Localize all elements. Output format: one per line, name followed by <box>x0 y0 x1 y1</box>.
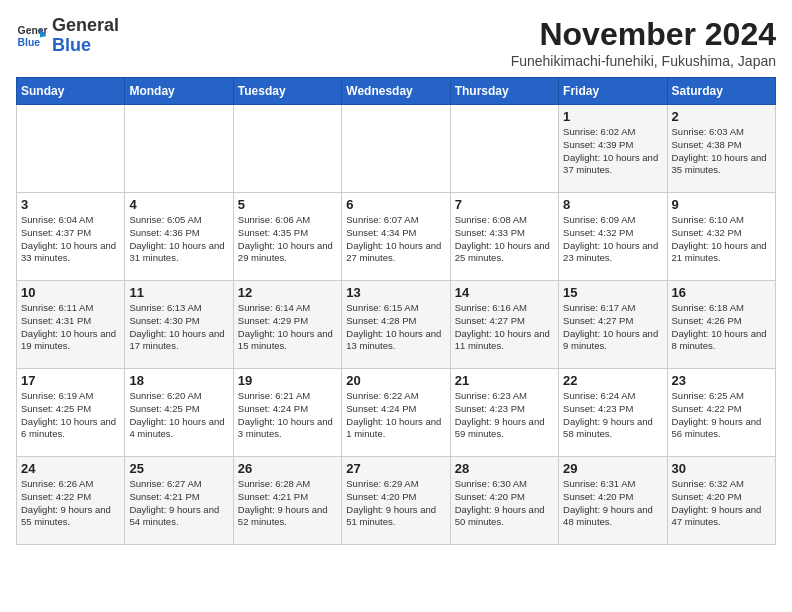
day-cell: 22Sunrise: 6:24 AM Sunset: 4:23 PM Dayli… <box>559 369 667 457</box>
day-cell: 6Sunrise: 6:07 AM Sunset: 4:34 PM Daylig… <box>342 193 450 281</box>
day-info: Sunrise: 6:20 AM Sunset: 4:25 PM Dayligh… <box>129 390 228 441</box>
day-number: 20 <box>346 373 445 388</box>
week-row-4: 17Sunrise: 6:19 AM Sunset: 4:25 PM Dayli… <box>17 369 776 457</box>
title-area: November 2024 Funehikimachi-funehiki, Fu… <box>511 16 776 69</box>
week-row-5: 24Sunrise: 6:26 AM Sunset: 4:22 PM Dayli… <box>17 457 776 545</box>
logo-text: General Blue <box>52 16 119 56</box>
day-info: Sunrise: 6:31 AM Sunset: 4:20 PM Dayligh… <box>563 478 662 529</box>
day-number: 21 <box>455 373 554 388</box>
day-number: 16 <box>672 285 771 300</box>
day-cell: 20Sunrise: 6:22 AM Sunset: 4:24 PM Dayli… <box>342 369 450 457</box>
day-number: 9 <box>672 197 771 212</box>
day-cell: 13Sunrise: 6:15 AM Sunset: 4:28 PM Dayli… <box>342 281 450 369</box>
day-info: Sunrise: 6:07 AM Sunset: 4:34 PM Dayligh… <box>346 214 445 265</box>
day-number: 3 <box>21 197 120 212</box>
logo: General Blue General Blue <box>16 16 119 56</box>
day-number: 11 <box>129 285 228 300</box>
day-info: Sunrise: 6:14 AM Sunset: 4:29 PM Dayligh… <box>238 302 337 353</box>
header-cell-tuesday: Tuesday <box>233 78 341 105</box>
day-info: Sunrise: 6:13 AM Sunset: 4:30 PM Dayligh… <box>129 302 228 353</box>
day-info: Sunrise: 6:21 AM Sunset: 4:24 PM Dayligh… <box>238 390 337 441</box>
header-cell-saturday: Saturday <box>667 78 775 105</box>
day-cell: 25Sunrise: 6:27 AM Sunset: 4:21 PM Dayli… <box>125 457 233 545</box>
week-row-2: 3Sunrise: 6:04 AM Sunset: 4:37 PM Daylig… <box>17 193 776 281</box>
day-number: 26 <box>238 461 337 476</box>
day-info: Sunrise: 6:02 AM Sunset: 4:39 PM Dayligh… <box>563 126 662 177</box>
week-row-3: 10Sunrise: 6:11 AM Sunset: 4:31 PM Dayli… <box>17 281 776 369</box>
day-number: 30 <box>672 461 771 476</box>
day-info: Sunrise: 6:10 AM Sunset: 4:32 PM Dayligh… <box>672 214 771 265</box>
day-number: 19 <box>238 373 337 388</box>
day-number: 25 <box>129 461 228 476</box>
day-cell <box>233 105 341 193</box>
day-number: 12 <box>238 285 337 300</box>
day-info: Sunrise: 6:09 AM Sunset: 4:32 PM Dayligh… <box>563 214 662 265</box>
day-cell <box>342 105 450 193</box>
week-row-1: 1Sunrise: 6:02 AM Sunset: 4:39 PM Daylig… <box>17 105 776 193</box>
day-cell <box>17 105 125 193</box>
header-cell-wednesday: Wednesday <box>342 78 450 105</box>
day-cell <box>450 105 558 193</box>
day-number: 28 <box>455 461 554 476</box>
header: General Blue General Blue November 2024 … <box>16 16 776 69</box>
day-number: 1 <box>563 109 662 124</box>
header-cell-sunday: Sunday <box>17 78 125 105</box>
day-info: Sunrise: 6:11 AM Sunset: 4:31 PM Dayligh… <box>21 302 120 353</box>
day-info: Sunrise: 6:25 AM Sunset: 4:22 PM Dayligh… <box>672 390 771 441</box>
day-number: 7 <box>455 197 554 212</box>
day-cell: 17Sunrise: 6:19 AM Sunset: 4:25 PM Dayli… <box>17 369 125 457</box>
day-number: 8 <box>563 197 662 212</box>
day-info: Sunrise: 6:32 AM Sunset: 4:20 PM Dayligh… <box>672 478 771 529</box>
calendar-table: SundayMondayTuesdayWednesdayThursdayFrid… <box>16 77 776 545</box>
day-cell: 24Sunrise: 6:26 AM Sunset: 4:22 PM Dayli… <box>17 457 125 545</box>
day-cell: 19Sunrise: 6:21 AM Sunset: 4:24 PM Dayli… <box>233 369 341 457</box>
day-cell: 5Sunrise: 6:06 AM Sunset: 4:35 PM Daylig… <box>233 193 341 281</box>
day-number: 23 <box>672 373 771 388</box>
day-cell: 30Sunrise: 6:32 AM Sunset: 4:20 PM Dayli… <box>667 457 775 545</box>
day-info: Sunrise: 6:03 AM Sunset: 4:38 PM Dayligh… <box>672 126 771 177</box>
day-info: Sunrise: 6:22 AM Sunset: 4:24 PM Dayligh… <box>346 390 445 441</box>
day-number: 13 <box>346 285 445 300</box>
day-number: 10 <box>21 285 120 300</box>
day-info: Sunrise: 6:30 AM Sunset: 4:20 PM Dayligh… <box>455 478 554 529</box>
day-info: Sunrise: 6:06 AM Sunset: 4:35 PM Dayligh… <box>238 214 337 265</box>
day-number: 2 <box>672 109 771 124</box>
day-info: Sunrise: 6:19 AM Sunset: 4:25 PM Dayligh… <box>21 390 120 441</box>
day-info: Sunrise: 6:15 AM Sunset: 4:28 PM Dayligh… <box>346 302 445 353</box>
day-number: 4 <box>129 197 228 212</box>
logo-icon: General Blue <box>16 20 48 52</box>
day-cell: 18Sunrise: 6:20 AM Sunset: 4:25 PM Dayli… <box>125 369 233 457</box>
month-title: November 2024 <box>511 16 776 53</box>
day-cell: 10Sunrise: 6:11 AM Sunset: 4:31 PM Dayli… <box>17 281 125 369</box>
day-number: 24 <box>21 461 120 476</box>
day-info: Sunrise: 6:18 AM Sunset: 4:26 PM Dayligh… <box>672 302 771 353</box>
day-number: 29 <box>563 461 662 476</box>
header-cell-monday: Monday <box>125 78 233 105</box>
day-cell: 27Sunrise: 6:29 AM Sunset: 4:20 PM Dayli… <box>342 457 450 545</box>
header-row: SundayMondayTuesdayWednesdayThursdayFrid… <box>17 78 776 105</box>
day-cell: 7Sunrise: 6:08 AM Sunset: 4:33 PM Daylig… <box>450 193 558 281</box>
day-cell: 2Sunrise: 6:03 AM Sunset: 4:38 PM Daylig… <box>667 105 775 193</box>
calendar-header: SundayMondayTuesdayWednesdayThursdayFrid… <box>17 78 776 105</box>
day-cell: 14Sunrise: 6:16 AM Sunset: 4:27 PM Dayli… <box>450 281 558 369</box>
day-cell: 26Sunrise: 6:28 AM Sunset: 4:21 PM Dayli… <box>233 457 341 545</box>
day-number: 5 <box>238 197 337 212</box>
day-cell: 28Sunrise: 6:30 AM Sunset: 4:20 PM Dayli… <box>450 457 558 545</box>
day-cell: 11Sunrise: 6:13 AM Sunset: 4:30 PM Dayli… <box>125 281 233 369</box>
day-cell: 8Sunrise: 6:09 AM Sunset: 4:32 PM Daylig… <box>559 193 667 281</box>
day-cell: 15Sunrise: 6:17 AM Sunset: 4:27 PM Dayli… <box>559 281 667 369</box>
day-info: Sunrise: 6:04 AM Sunset: 4:37 PM Dayligh… <box>21 214 120 265</box>
day-number: 27 <box>346 461 445 476</box>
day-cell: 12Sunrise: 6:14 AM Sunset: 4:29 PM Dayli… <box>233 281 341 369</box>
day-cell: 23Sunrise: 6:25 AM Sunset: 4:22 PM Dayli… <box>667 369 775 457</box>
day-number: 14 <box>455 285 554 300</box>
day-number: 18 <box>129 373 228 388</box>
day-cell <box>125 105 233 193</box>
day-number: 6 <box>346 197 445 212</box>
day-number: 15 <box>563 285 662 300</box>
day-info: Sunrise: 6:27 AM Sunset: 4:21 PM Dayligh… <box>129 478 228 529</box>
day-cell: 21Sunrise: 6:23 AM Sunset: 4:23 PM Dayli… <box>450 369 558 457</box>
day-cell: 16Sunrise: 6:18 AM Sunset: 4:26 PM Dayli… <box>667 281 775 369</box>
day-info: Sunrise: 6:26 AM Sunset: 4:22 PM Dayligh… <box>21 478 120 529</box>
svg-text:Blue: Blue <box>18 36 41 47</box>
